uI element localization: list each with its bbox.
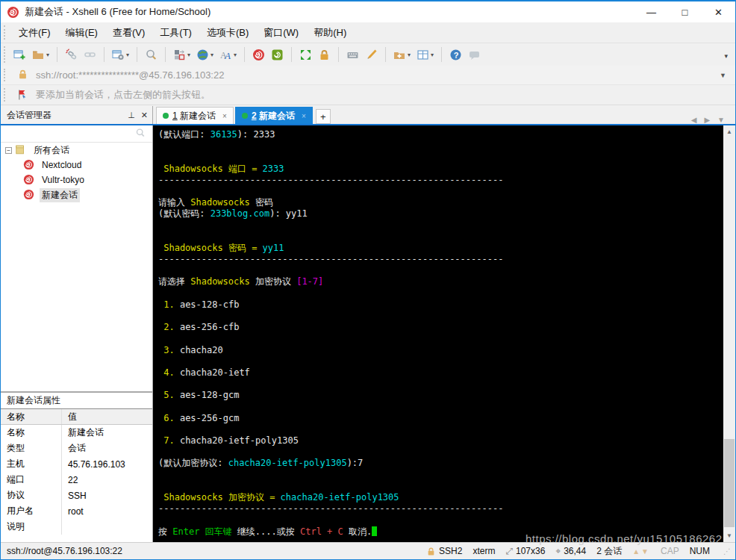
- menu-tabs[interactable]: 选项卡(B): [199, 23, 256, 43]
- new-session-button[interactable]: [11, 46, 28, 63]
- reconnect-button[interactable]: [81, 46, 99, 63]
- tab-scroll-right-icon[interactable]: ▶: [704, 116, 710, 124]
- toolbar: ▾ ▾ ▾ ▾ AA▾ ▾ ▾ ? ▾: [1, 43, 735, 66]
- session-search-box[interactable]: [1, 125, 152, 143]
- toolbar-separator: [137, 47, 137, 62]
- tree-node-all-sessions[interactable]: − 所有会话: [1, 143, 152, 158]
- virtual-keyboard-button[interactable]: [344, 46, 361, 63]
- tab-session-2-active[interactable]: 2 新建会话 ×: [235, 107, 313, 124]
- new-tab-button[interactable]: +: [316, 109, 331, 124]
- folder-icon: [15, 144, 28, 157]
- property-row[interactable]: 类型会话: [1, 441, 152, 456]
- font-icon: AA: [219, 49, 232, 61]
- tree-node-session[interactable]: Vultr-tokyo: [1, 172, 152, 187]
- property-row[interactable]: 端口22: [1, 472, 152, 488]
- xshell-button[interactable]: [250, 46, 267, 63]
- chevron-down-icon: ▾: [234, 52, 237, 58]
- session-properties-button[interactable]: ▾: [110, 46, 131, 63]
- feedback-button[interactable]: [466, 46, 483, 63]
- status-bar: ssh://root@45.76.196.103:22 SSH2 xterm ⤢…: [1, 542, 735, 559]
- highlight-pen-button[interactable]: [363, 46, 380, 63]
- help-button[interactable]: ?: [447, 46, 464, 63]
- column-value: 值: [62, 409, 152, 424]
- addressbar-grip[interactable]: [4, 69, 6, 81]
- encoding-button[interactable]: ▾: [194, 46, 216, 63]
- property-row[interactable]: 协议SSH: [1, 488, 152, 503]
- disconnect-button[interactable]: [63, 46, 80, 63]
- tree-label[interactable]: Vultr-tokyo: [40, 174, 87, 186]
- tree-node-session-selected[interactable]: 新建会话: [1, 187, 152, 202]
- resize-grip-icon[interactable]: ⋰: [723, 547, 731, 556]
- tab-close-icon[interactable]: ×: [302, 112, 306, 120]
- menu-tools[interactable]: 工具(T): [152, 23, 199, 43]
- session-properties-icon: [112, 49, 125, 61]
- chevron-down-icon: ▾: [431, 52, 434, 58]
- close-button[interactable]: ✕: [702, 1, 735, 22]
- new-folder-icon: [393, 49, 406, 61]
- menu-help[interactable]: 帮助(H): [306, 23, 354, 43]
- terminal-area[interactable]: (默认端口: 36135): 2333 Shadowsocks 端口 = 233…: [153, 125, 723, 542]
- find-button[interactable]: [143, 46, 160, 63]
- scroll-down-icon[interactable]: ▼: [723, 529, 735, 542]
- tab-list-dropdown-icon[interactable]: ▼: [717, 116, 725, 124]
- property-row[interactable]: 用户名root: [1, 503, 152, 519]
- property-row[interactable]: 名称新建会话: [1, 425, 152, 441]
- minimize-button[interactable]: —: [634, 1, 668, 22]
- tree-label[interactable]: Nextcloud: [40, 159, 84, 171]
- globe-icon: [196, 49, 209, 61]
- info-bar: 要添加当前会话，点击左侧的箭头按钮。: [1, 85, 735, 105]
- transfer-layout-button[interactable]: ▾: [171, 46, 193, 63]
- search-icon: [135, 128, 148, 140]
- keyboard-icon: [346, 49, 359, 61]
- feedback-bubble-icon: [468, 49, 481, 61]
- xftp-icon: [271, 49, 284, 61]
- menu-file[interactable]: 文件(F): [11, 23, 58, 43]
- address-bar[interactable]: ssh://root:****************@45.76.196.10…: [1, 66, 735, 85]
- pin-icon[interactable]: ⊥: [128, 111, 135, 120]
- reconnect-icon: [84, 49, 96, 61]
- properties-header-row: 名称 值: [1, 409, 152, 425]
- menu-edit[interactable]: 编辑(E): [58, 23, 105, 43]
- xftp-button[interactable]: [269, 46, 286, 63]
- menu-window[interactable]: 窗口(W): [256, 23, 306, 43]
- toolbar-overflow-icon[interactable]: ▾: [724, 52, 728, 60]
- terminal-scrollbar[interactable]: ▲ ▼: [723, 125, 735, 542]
- property-value: 新建会话: [62, 425, 152, 441]
- chevron-down-icon: ▾: [210, 52, 213, 58]
- collapse-icon[interactable]: −: [5, 147, 12, 154]
- open-session-button[interactable]: ▾: [30, 46, 52, 63]
- property-key: 用户名: [1, 503, 62, 519]
- maximize-button[interactable]: □: [668, 1, 702, 22]
- property-row[interactable]: 说明: [1, 519, 152, 535]
- scrollbar-track[interactable]: [723, 138, 735, 529]
- status-caps-lock: CAP: [661, 546, 679, 556]
- scrollbar-thumb[interactable]: [724, 439, 735, 527]
- xshell-session-icon: [23, 174, 36, 187]
- scroll-up-icon[interactable]: ▲: [723, 125, 735, 138]
- terminal-lines: (默认端口: 36135): 2333 Shadowsocks 端口 = 233…: [158, 129, 723, 538]
- status-session-count[interactable]: 2 会话: [596, 545, 622, 558]
- tree-label[interactable]: 所有会话: [31, 143, 72, 158]
- info-message: 要添加当前会话，点击左侧的箭头按钮。: [36, 88, 210, 102]
- new-folder-button[interactable]: ▾: [391, 46, 413, 63]
- session-properties-panel: 新建会话属性 名称 值 名称新建会话 类型会话 主机45.76.196.103 …: [1, 391, 153, 542]
- tab-close-icon[interactable]: ×: [222, 112, 227, 120]
- fonts-button[interactable]: AA▾: [217, 46, 239, 63]
- chevron-down-icon: ▾: [126, 52, 129, 58]
- address-input[interactable]: ssh://root:****************@45.76.196.10…: [36, 69, 224, 81]
- tab-session-1[interactable]: 1 新建会话 ×: [156, 107, 234, 124]
- tree-node-session[interactable]: Nextcloud: [1, 158, 152, 172]
- menu-view[interactable]: 查看(V): [105, 23, 152, 43]
- infobar-grip[interactable]: [4, 88, 6, 102]
- panel-close-icon[interactable]: ✕: [141, 111, 148, 120]
- connected-dot-icon: [242, 113, 248, 119]
- property-row[interactable]: 主机45.76.196.103: [1, 456, 152, 472]
- menubar-grip[interactable]: [4, 25, 6, 40]
- tile-windows-button[interactable]: ▾: [414, 46, 436, 63]
- toolbar-grip[interactable]: [4, 46, 6, 63]
- address-dropdown-icon[interactable]: ▼: [720, 72, 726, 79]
- lock-screen-button[interactable]: [316, 46, 333, 63]
- tab-scroll-left-icon[interactable]: ◀: [691, 116, 697, 124]
- fullscreen-button[interactable]: [297, 46, 314, 63]
- tree-label[interactable]: 新建会话: [40, 188, 80, 202]
